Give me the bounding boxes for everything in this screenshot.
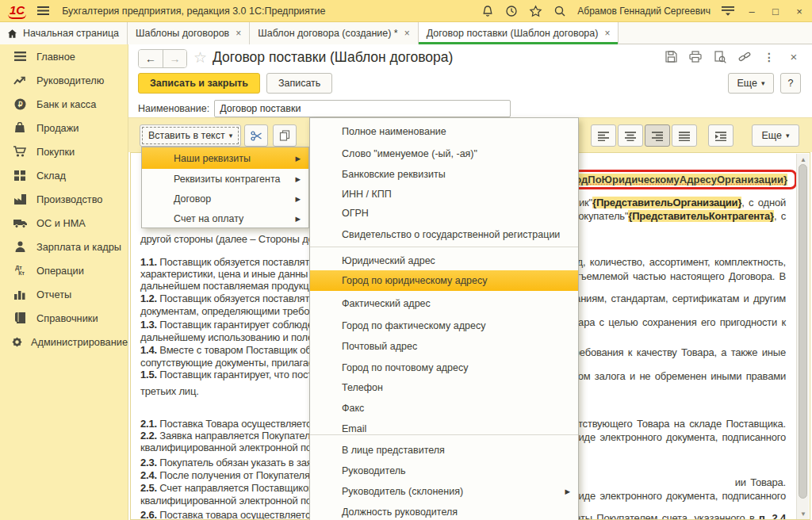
- maximize-button[interactable]: □: [769, 6, 782, 17]
- align-justify-button[interactable]: [672, 124, 697, 147]
- doc-line: отъемлемой частью настоящего Договора. В: [570, 270, 786, 282]
- menu-item-head-position[interactable]: Должность руководителя: [310, 503, 578, 520]
- doc-line: дальнейшему использованию и полезн: [140, 331, 323, 343]
- form-more-button[interactable]: Еще▾: [728, 73, 774, 94]
- menu-item-fax[interactable]: Факс: [310, 399, 578, 418]
- sidebar-item-operations[interactable]: ДтКт Операции: [0, 258, 128, 282]
- cut-button[interactable]: [244, 124, 268, 147]
- tab-contract-templates[interactable]: Шаблоны договоров ×: [128, 22, 250, 44]
- close-window-button[interactable]: ×: [793, 6, 806, 17]
- print-preview-icon[interactable]: [713, 50, 727, 63]
- save-icon[interactable]: [664, 50, 678, 63]
- close-tab-icon[interactable]: ×: [404, 28, 410, 39]
- person-icon: [11, 241, 29, 252]
- scissors-icon: [251, 131, 262, 141]
- back-button[interactable]: ←: [139, 50, 163, 67]
- document-scrollbar[interactable]: ▲ ▼: [796, 154, 809, 520]
- menu-item-city-by-actual-address[interactable]: Город по фактическому адресу: [310, 316, 578, 335]
- menu-item-represented-by[interactable]: В лице представителя: [310, 441, 578, 460]
- menu-item-full-name[interactable]: Полное наименование: [310, 122, 578, 141]
- menu-item-ogrn[interactable]: ОГРН: [310, 204, 578, 223]
- menu-item-head[interactable]: Руководитель: [310, 461, 578, 480]
- forward-button[interactable]: →: [163, 50, 186, 67]
- sidebar-item-administration[interactable]: Администрирование: [0, 330, 128, 354]
- sidebar-item-manager[interactable]: Руководителю: [0, 68, 128, 92]
- insert-into-text-button[interactable]: Вставить в текст▾: [140, 124, 241, 147]
- sidebar-item-directories[interactable]: Справочники: [0, 306, 128, 330]
- scrollbar-thumb[interactable]: [799, 164, 807, 499]
- tab-template-new[interactable]: Шаблон договора (создание) * ×: [250, 22, 419, 44]
- favorite-star-icon[interactable]: ☆: [193, 48, 207, 67]
- main-menu-icon[interactable]: [37, 6, 49, 15]
- menu-item-our-details[interactable]: Наши реквизиты ▶: [142, 147, 308, 169]
- menu-item-phone[interactable]: Телефон: [310, 378, 578, 397]
- doc-line: третьих лиц.: [140, 385, 199, 397]
- menu-item-email[interactable]: Email: [310, 419, 578, 438]
- close-form-icon[interactable]: ×: [787, 50, 801, 63]
- align-right-button[interactable]: [645, 124, 670, 147]
- sidebar-item-fixed-assets[interactable]: ОС и НМА: [0, 211, 128, 235]
- doc-line: дальнейшем поставляемая продукция: [140, 280, 320, 292]
- history-nav: ← →: [138, 49, 187, 68]
- application-window: 1С Бухгалтерия предприятия, редакция 3.0…: [0, 0, 812, 520]
- ruble-icon: ₽: [11, 98, 29, 110]
- more-kebab-icon[interactable]: ⋮: [762, 50, 776, 63]
- menu-item-legal-address[interactable]: Юридический адрес: [310, 251, 578, 270]
- help-button[interactable]: ?: [780, 73, 801, 94]
- minimize-button[interactable]: –: [745, 6, 758, 17]
- doc-line: 2.4. После получения от Покупателя за: [140, 469, 323, 481]
- menu-item-state-registration[interactable]: Свидетельство о государственной регистра…: [310, 225, 578, 244]
- menu-item-head-declensions[interactable]: Руководитель (склонения)▶: [310, 482, 578, 501]
- sidebar-item-reports[interactable]: Отчеты: [0, 282, 128, 306]
- save-button[interactable]: Записать: [266, 73, 332, 94]
- factory-icon: [11, 194, 29, 205]
- sidebar-item-production[interactable]: Производство: [0, 187, 128, 211]
- tab-supply-contract[interactable]: Договор поставки (Шаблон договора) ×: [419, 22, 619, 44]
- close-tab-icon[interactable]: ×: [604, 28, 610, 39]
- scroll-down-icon[interactable]: ▼: [797, 508, 810, 520]
- tab-home[interactable]: Начальная страница: [0, 22, 128, 44]
- align-center-button[interactable]: [618, 124, 643, 147]
- global-search-icon[interactable]: [553, 5, 566, 17]
- history-icon[interactable]: [505, 5, 518, 17]
- sidebar-item-sales[interactable]: Продажи: [0, 116, 128, 140]
- menu-item-invoice[interactable]: Счет на оплату ▶: [142, 208, 308, 228]
- copy-button[interactable]: [273, 124, 297, 147]
- menu-lines-icon: [11, 52, 29, 61]
- align-left-button[interactable]: [591, 124, 616, 147]
- inserted-attribute-red-frame: ГородПоЮридическомуАдресуОрганизации}: [548, 170, 797, 189]
- doc-line: 2.5. Счет направляется Поставщиком: [140, 482, 316, 494]
- menu-item-inn-kpp[interactable]: ИНН / КПП: [310, 185, 578, 204]
- doc-line: Товара с целью сохранения его пригодност…: [562, 316, 786, 328]
- sidebar-item-bank-cash[interactable]: ₽ Банк и касса: [0, 92, 128, 116]
- align-right-icon: [651, 131, 664, 141]
- sidebar-item-main[interactable]: Главное: [0, 44, 128, 68]
- favorites-star-icon[interactable]: [529, 5, 542, 17]
- sidebar-item-warehouse[interactable]: Склад: [0, 163, 128, 187]
- close-tab-icon[interactable]: ×: [236, 28, 241, 39]
- sidebar-item-payroll-hr[interactable]: Зарплата и кадры: [0, 235, 128, 258]
- notifications-bell-icon[interactable]: [481, 5, 494, 17]
- name-field-row: Наименование:: [138, 100, 511, 117]
- doc-line: требования к качеству Товара, а также ин…: [569, 346, 786, 358]
- sidebar-item-purchases[interactable]: Покупки: [0, 140, 128, 163]
- menu-item-city-by-legal-address[interactable]: Город по юридическому адресу: [310, 270, 578, 291]
- menu-item-counterparty-details[interactable]: Реквизиты контрагента ▶: [142, 169, 308, 189]
- submenu-arrow-icon: ▶: [295, 175, 301, 183]
- menu-item-bank-details[interactable]: Банковские реквизиты: [310, 165, 578, 184]
- link-icon[interactable]: [737, 50, 752, 63]
- doc-line: ии Товара.: [735, 476, 786, 488]
- save-and-close-button[interactable]: Записать и закрыть: [138, 73, 260, 94]
- name-input[interactable]: [214, 100, 511, 117]
- menu-item-contract[interactable]: Договор ▶: [142, 189, 308, 208]
- menu-item-actual-address[interactable]: Фактический адрес: [310, 294, 578, 313]
- menu-item-city-by-postal-address[interactable]: Город по почтовому адресу: [310, 358, 578, 377]
- toolbar-more-button[interactable]: Еще▾: [752, 124, 799, 147]
- current-user[interactable]: Абрамов Геннадий Сергеевич: [577, 6, 710, 17]
- menu-item-postal-address[interactable]: Почтовый адрес: [310, 337, 578, 356]
- menu-item-named-word[interactable]: Слово "именуемое (-ый, -ая)": [310, 144, 578, 163]
- doc-line: ик"{ПредставительОрганизации}, с одной: [579, 197, 786, 208]
- user-menu-icon[interactable]: [722, 6, 734, 16]
- indent-button[interactable]: [708, 124, 733, 147]
- print-icon[interactable]: [688, 50, 703, 63]
